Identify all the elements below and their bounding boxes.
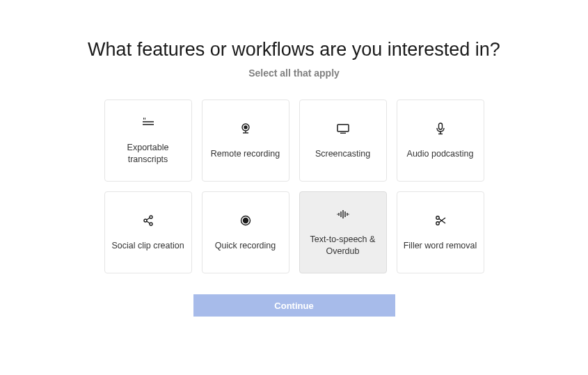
svg-point-13 — [150, 223, 152, 225]
option-screencasting[interactable]: Screencasting — [299, 99, 387, 182]
audio-waves-icon — [336, 207, 350, 221]
svg-line-28 — [438, 218, 445, 223]
option-label: Screencasting — [315, 148, 370, 160]
share-icon — [141, 214, 155, 228]
option-label: Remote recording — [211, 148, 280, 160]
options-grid: Exportable transcripts Remote recording … — [104, 99, 484, 273]
option-quick-recording[interactable]: Quick recording — [202, 191, 289, 273]
monitor-icon — [336, 122, 350, 136]
option-remote-recording[interactable]: Remote recording — [202, 99, 289, 182]
svg-point-26 — [436, 221, 438, 224]
transcript-icon — [141, 115, 155, 129]
option-audio-podcasting[interactable]: Audio podcasting — [397, 99, 484, 182]
option-label: Quick recording — [215, 240, 276, 252]
page-subheading: Select all that apply — [248, 67, 340, 79]
option-label: Audio podcasting — [407, 148, 474, 160]
record-icon — [239, 214, 253, 228]
svg-point-17 — [243, 218, 248, 223]
option-label: Social clip creation — [111, 240, 184, 252]
svg-point-11 — [150, 216, 152, 218]
option-filler-word-removal[interactable]: Filler word removal — [397, 191, 484, 273]
svg-point-25 — [436, 216, 438, 218]
option-label: Text-to-speech & Overdub — [305, 234, 381, 257]
svg-rect-6 — [337, 125, 349, 131]
svg-rect-8 — [438, 123, 442, 129]
option-exportable-transcripts[interactable]: Exportable transcripts — [104, 99, 192, 182]
page-heading: What features or workflows are you inter… — [88, 39, 500, 61]
webcam-icon — [239, 122, 253, 136]
svg-line-27 — [438, 218, 445, 223]
continue-button[interactable]: Continue — [193, 294, 395, 317]
svg-point-12 — [144, 219, 147, 222]
scissors-icon — [434, 214, 447, 228]
option-label: Filler word removal — [404, 240, 477, 252]
option-label: Exportable transcripts — [111, 142, 186, 166]
svg-point-3 — [244, 126, 247, 129]
option-text-to-speech-overdub[interactable]: Text-to-speech & Overdub — [299, 191, 387, 273]
option-social-clip-creation[interactable]: Social clip creation — [104, 191, 192, 273]
svg-line-15 — [146, 221, 150, 223]
svg-line-14 — [146, 218, 150, 220]
microphone-icon — [434, 122, 447, 136]
